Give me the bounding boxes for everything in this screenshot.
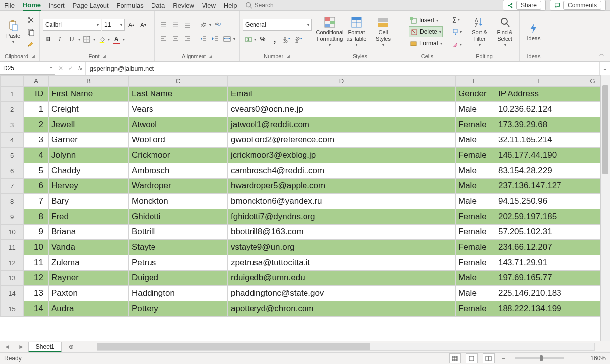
comments-button[interactable]: Comments	[550, 0, 606, 11]
comma-format-button[interactable]: ,	[269, 34, 280, 45]
clipboard-dialog-launcher[interactable]: ◢	[31, 54, 35, 59]
horizontal-scrollbar[interactable]	[97, 343, 595, 351]
cell[interactable]: 94.15.250.96	[495, 194, 585, 209]
row-header[interactable]: 12	[1, 255, 24, 271]
cell[interactable]	[585, 194, 600, 209]
bold-button[interactable]: B	[43, 34, 53, 45]
cell[interactable]: Female	[456, 240, 495, 255]
cell[interactable]: Duiged	[129, 271, 228, 286]
cell[interactable]: Ambrosch	[129, 163, 228, 179]
cell[interactable]: Ghidotti	[129, 209, 228, 225]
expand-formula-bar-button[interactable]: ⌄	[599, 62, 610, 75]
cell[interactable]	[585, 179, 600, 194]
paste-button[interactable]: Paste ▾	[3, 19, 23, 45]
increase-indent-button[interactable]	[209, 33, 220, 44]
col-header-E[interactable]: E	[456, 76, 495, 87]
cell[interactable]: Gender	[456, 87, 495, 102]
italic-button[interactable]: I	[54, 34, 65, 45]
zoom-in-button[interactable]: +	[572, 355, 580, 362]
decrease-decimal-button[interactable]: .00.0	[293, 34, 304, 45]
align-top-button[interactable]	[158, 19, 169, 30]
ideas-button[interactable]: Ideas	[523, 21, 545, 42]
cell[interactable]: 234.66.12.207	[495, 240, 585, 255]
cell[interactable]: bbottrill8@163.com	[228, 225, 456, 240]
cell[interactable]: 83.154.28.229	[495, 163, 585, 179]
zoom-slider[interactable]	[515, 357, 564, 359]
increase-font-button[interactable]: A▴	[126, 19, 137, 30]
row-header[interactable]: 11	[1, 240, 24, 255]
page-layout-view-button[interactable]	[466, 353, 478, 363]
col-header-A[interactable]: A	[24, 76, 49, 87]
search-box[interactable]: Search	[245, 2, 274, 9]
normal-view-button[interactable]	[449, 353, 461, 363]
row-header[interactable]: 2	[1, 102, 24, 117]
cell[interactable]: Wardroper	[129, 179, 228, 194]
cell[interactable]: Vears	[129, 102, 228, 117]
align-bottom-button[interactable]	[182, 19, 193, 30]
cell[interactable]: Male	[456, 286, 495, 301]
cell[interactable]: gwoolford2@reference.com	[228, 133, 456, 148]
borders-button[interactable]	[81, 34, 92, 45]
cell[interactable]: Hervey	[49, 179, 129, 194]
cell[interactable]	[585, 240, 600, 255]
row-header[interactable]: 7	[1, 179, 24, 194]
cell[interactable]	[585, 225, 600, 240]
cell[interactable]	[585, 148, 600, 163]
autosum-button[interactable]: ∑▾	[452, 14, 466, 25]
cell[interactable]: Petrus	[129, 255, 228, 271]
alignment-dialog-launcher[interactable]: ◢	[209, 54, 212, 59]
decrease-indent-button[interactable]	[198, 33, 208, 44]
cell[interactable]	[585, 163, 600, 179]
sheet-nav-prev[interactable]: ◄	[0, 343, 14, 350]
cell[interactable]: Email	[228, 87, 456, 102]
row-header[interactable]: 10	[1, 225, 24, 240]
font-dialog-launcher[interactable]: ◢	[102, 54, 106, 59]
cell[interactable]: 57.205.102.31	[495, 225, 585, 240]
cell[interactable]: Woolford	[129, 133, 228, 148]
cell[interactable]: phaddingtonc@state.gov	[228, 286, 456, 301]
tab-review[interactable]: Review	[173, 1, 194, 10]
align-center-button[interactable]	[170, 33, 181, 44]
formula-input[interactable]: gsperingn@jalbum.net	[86, 62, 599, 75]
cells-format-button[interactable]: Format▾	[409, 38, 443, 48]
cell[interactable]	[585, 286, 600, 301]
col-header-C[interactable]: C	[129, 76, 228, 87]
cell[interactable]: Female	[456, 117, 495, 133]
cell[interactable]: Pottery	[129, 301, 228, 317]
cell[interactable]: 146.177.44.190	[495, 148, 585, 163]
cell[interactable]: Female	[456, 225, 495, 240]
cell[interactable]: 197.69.165.77	[495, 271, 585, 286]
fill-color-button[interactable]	[96, 34, 107, 45]
find-select-button[interactable]: Find & Select▾	[493, 15, 516, 47]
cell[interactable]: 9	[24, 225, 49, 240]
percent-format-button[interactable]: %	[257, 34, 268, 45]
share-button[interactable]: Share	[503, 0, 546, 11]
row-header[interactable]: 14	[1, 286, 24, 301]
cut-button[interactable]	[25, 14, 36, 25]
format-painter-button[interactable]	[25, 38, 36, 49]
vertical-scrollbar[interactable]	[600, 75, 610, 341]
cell[interactable]: vstayte9@un.org	[228, 240, 456, 255]
cell[interactable]: zpetrusa@tuttocitta.it	[228, 255, 456, 271]
new-sheet-button[interactable]: ⊕	[66, 342, 77, 351]
copy-button[interactable]	[25, 26, 36, 37]
tab-home[interactable]: Home	[23, 0, 41, 11]
conditional-formatting-button[interactable]: Conditional Formatting▾	[317, 15, 342, 47]
cell[interactable]: ID	[24, 87, 49, 102]
row-header[interactable]: 1	[1, 87, 24, 102]
row-header[interactable]: 5	[1, 148, 24, 163]
cells-delete-button[interactable]: Delete▾	[409, 26, 443, 37]
cell[interactable]: 4	[24, 148, 49, 163]
cell[interactable]: 11	[24, 255, 49, 271]
cell[interactable]: Garner	[49, 133, 129, 148]
cell[interactable]: 6	[24, 179, 49, 194]
tab-formulas[interactable]: Formulas	[117, 1, 144, 10]
cell[interactable]: 13	[24, 286, 49, 301]
underline-button[interactable]: U	[66, 34, 77, 45]
cell[interactable]: 143.71.29.91	[495, 255, 585, 271]
cell[interactable]: Male	[456, 194, 495, 209]
cell[interactable]: 1	[24, 102, 49, 117]
cell[interactable]: 202.59.197.185	[495, 209, 585, 225]
cell[interactable]: Female	[456, 301, 495, 317]
spreadsheet-grid[interactable]: A B C D E F G 1IDFirst NameLast NameEmai…	[0, 75, 600, 341]
